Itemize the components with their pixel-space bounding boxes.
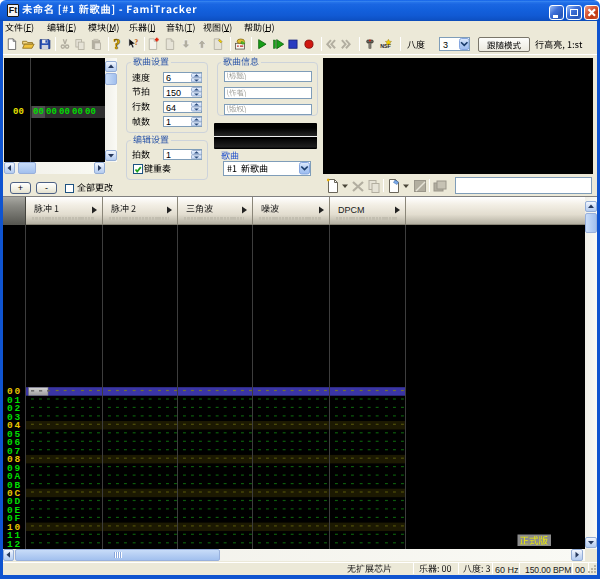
svg-text:?: ? <box>113 37 120 52</box>
svg-text:12: 12 <box>7 539 22 549</box>
svg-text:?: ? <box>134 38 138 47</box>
